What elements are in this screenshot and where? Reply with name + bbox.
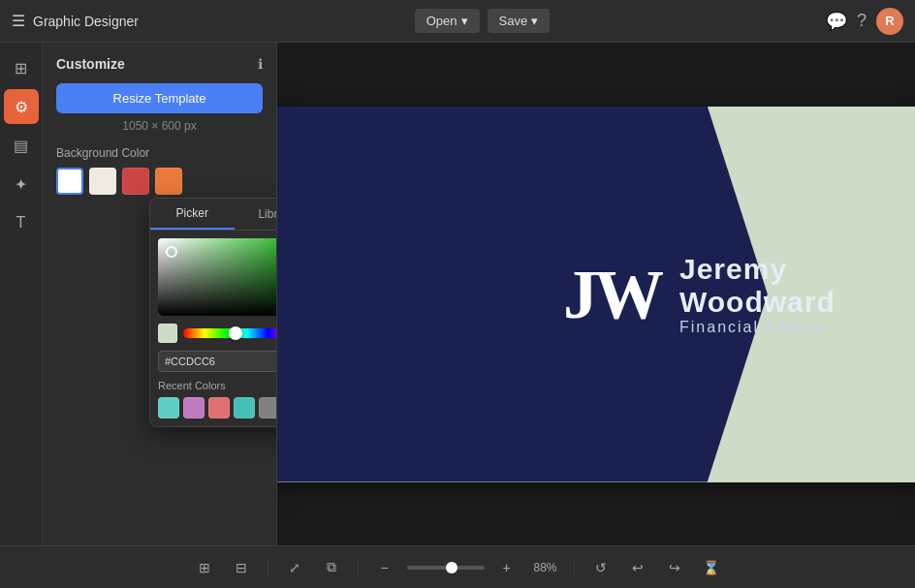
color-gradient-area[interactable] <box>158 238 277 316</box>
bg-color-section: Background Color <box>56 146 263 195</box>
hue-thumb[interactable] <box>229 326 242 340</box>
color-swatches <box>56 168 263 195</box>
sidebar-icons: ⊞ ⚙ ▤ ✦ T <box>0 43 43 545</box>
swatch-orange[interactable] <box>155 168 182 195</box>
sidebar-text-btn[interactable]: T <box>4 205 39 240</box>
toolbar-separator-3 <box>574 558 575 577</box>
swatch-beige[interactable] <box>89 168 116 195</box>
swatch-red[interactable] <box>122 168 149 195</box>
design-canvas[interactable]: JW Jeremy Woodward Financial Advisor <box>277 107 915 482</box>
undo-btn[interactable]: ↩ <box>623 553 652 582</box>
recent-swatch-4[interactable] <box>234 397 255 418</box>
history-btn[interactable]: ⌛ <box>697 553 726 582</box>
customize-panel: Customize ℹ Resize Template 1050 × 600 p… <box>43 43 277 545</box>
crop-btn[interactable]: ⧉ <box>317 553 346 582</box>
toolbar-separator-1 <box>268 558 268 577</box>
name-sub-text: Financial Advisor <box>679 319 893 336</box>
zoom-in-btn[interactable]: + <box>492 553 521 582</box>
bottom-grid-btn[interactable]: ⊟ <box>227 553 256 582</box>
redo-btn[interactable]: ↪ <box>660 553 689 582</box>
app-title: Graphic Designer <box>33 14 139 29</box>
panel-title: Customize <box>56 56 125 72</box>
resize-template-button[interactable]: Resize Template <box>56 83 263 113</box>
topbar-right: 💬 ? R <box>826 8 903 35</box>
panel-info-icon[interactable]: ℹ <box>258 56 263 72</box>
picker-tab-library[interactable]: Library <box>235 199 278 230</box>
zoom-out-btn[interactable]: − <box>370 553 399 582</box>
name-main-text: Jeremy Woodward <box>679 253 893 319</box>
template-size-label: 1050 × 600 px <box>56 119 263 133</box>
hue-slider-row <box>158 324 277 343</box>
sidebar-pages-btn[interactable]: ⊞ <box>4 50 39 85</box>
fit-view-btn[interactable]: ⤢ <box>280 553 309 582</box>
sidebar-layers-btn[interactable]: ▤ <box>4 128 39 163</box>
avatar[interactable]: R <box>876 8 903 35</box>
monogram-text: JW <box>563 260 660 329</box>
menu-icon[interactable]: ☰ <box>12 12 25 30</box>
sidebar-customize-btn[interactable]: ⚙ <box>4 89 39 124</box>
picker-tab-picker[interactable]: Picker <box>150 199 235 230</box>
name-block: Jeremy Woodward Financial Advisor <box>679 253 893 336</box>
hex-input[interactable] <box>158 351 277 372</box>
help-icon[interactable]: ? <box>857 11 867 31</box>
canvas-area: JW Jeremy Woodward Financial Advisor <box>277 43 915 545</box>
open-chevron-icon: ▾ <box>461 14 468 28</box>
color-picker-popup: Picker Library ✏ <box>149 198 277 427</box>
color-preview-swatch <box>158 324 177 343</box>
hex-input-row: ✏ 🔗 ⊞ + <box>158 351 277 372</box>
topbar: ☰ Graphic Designer Open ▾ Save ▾ 💬 ? R <box>0 0 915 43</box>
swatch-white[interactable] <box>56 168 83 195</box>
topbar-center: Open ▾ Save ▾ <box>139 9 826 33</box>
save-chevron-icon: ▾ <box>531 14 538 28</box>
recent-colors-label: Recent Colors <box>158 380 277 391</box>
recent-swatch-3[interactable] <box>208 397 230 418</box>
recent-swatches <box>158 397 277 418</box>
panel-header: Customize ℹ <box>56 56 263 72</box>
picker-tabs: Picker Library <box>150 199 277 231</box>
zoom-slider[interactable] <box>407 566 485 570</box>
topbar-left: ☰ Graphic Designer <box>12 12 139 30</box>
zoom-thumb[interactable] <box>446 562 458 573</box>
toolbar-separator-2 <box>358 558 359 577</box>
save-button[interactable]: Save ▾ <box>488 9 551 33</box>
sidebar-elements-btn[interactable]: ✦ <box>4 167 39 201</box>
canvas-content: JW Jeremy Woodward Financial Advisor <box>563 253 893 336</box>
open-button[interactable]: Open ▾ <box>415 9 480 33</box>
main-area: ⊞ ⚙ ▤ ✦ T Customize ℹ Resize Template 10… <box>0 43 915 545</box>
recent-swatch-5[interactable] <box>259 397 277 418</box>
refresh-btn[interactable]: ↺ <box>586 553 615 582</box>
chat-icon[interactable]: 💬 <box>826 11 847 32</box>
bg-color-label: Background Color <box>56 146 263 160</box>
hue-slider[interactable] <box>183 328 277 338</box>
zoom-value-label: 88% <box>529 561 562 574</box>
recent-swatch-2[interactable] <box>183 397 205 418</box>
recent-swatch-1[interactable] <box>158 397 179 418</box>
bottom-layers-btn[interactable]: ⊞ <box>190 553 219 582</box>
gradient-cursor[interactable] <box>166 246 177 258</box>
picker-body: ✏ 🔗 ⊞ + Recent Colors <box>150 231 277 426</box>
bottom-toolbar: ⊞ ⊟ ⤢ ⧉ − + 88% ↺ ↩ ↪ ⌛ <box>0 545 915 588</box>
